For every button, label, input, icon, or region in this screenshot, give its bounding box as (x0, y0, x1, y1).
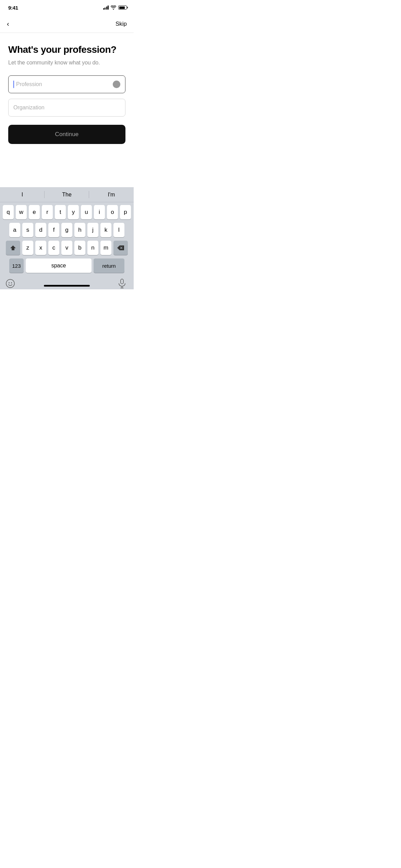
key-r[interactable]: r (42, 205, 53, 219)
key-x[interactable]: x (35, 241, 46, 255)
keyboard: I The I'm q w e r t y u i o p a s d f (0, 187, 134, 289)
key-j[interactable]: j (87, 223, 98, 237)
key-d[interactable]: d (35, 223, 46, 237)
text-cursor (13, 81, 14, 88)
space-key[interactable]: space (26, 258, 92, 273)
back-button[interactable]: ‹ (7, 19, 12, 29)
wifi-icon (111, 5, 116, 10)
page-title: What's your profession? (8, 44, 125, 56)
svg-point-2 (11, 282, 12, 284)
status-icons (103, 5, 127, 10)
backspace-icon (117, 245, 124, 250)
autocomplete-item-2[interactable]: The (45, 187, 89, 202)
key-i[interactable]: i (94, 205, 105, 219)
voice-dot (113, 81, 120, 88)
numbers-key[interactable]: 123 (9, 258, 24, 273)
key-n[interactable]: n (87, 241, 98, 255)
shift-icon (10, 245, 16, 251)
organization-placeholder: Organization (13, 105, 45, 111)
nav-bar: ‹ Skip (0, 15, 134, 33)
profession-placeholder: Profession (16, 81, 111, 87)
return-key[interactable]: return (94, 258, 124, 273)
skip-button[interactable]: Skip (116, 21, 127, 27)
profession-input-wrapper: Profession (8, 75, 125, 93)
status-bar: 9:41 (0, 0, 134, 15)
main-content: What's your profession? Let the communit… (0, 33, 134, 144)
key-g[interactable]: g (61, 223, 72, 237)
bottom-bar (0, 278, 134, 289)
key-w[interactable]: w (16, 205, 27, 219)
autocomplete-item-3[interactable]: I'm (89, 187, 134, 202)
mic-icon[interactable] (117, 279, 127, 288)
svg-point-1 (9, 282, 10, 284)
key-c[interactable]: c (48, 241, 59, 255)
key-f[interactable]: f (48, 223, 59, 237)
signal-bars-icon (103, 5, 109, 10)
status-time: 9:41 (8, 5, 18, 11)
key-v[interactable]: v (61, 241, 72, 255)
key-o[interactable]: o (107, 205, 118, 219)
profession-input[interactable]: Profession (8, 75, 125, 93)
key-u[interactable]: u (81, 205, 92, 219)
organization-input-wrapper: Organization (8, 99, 125, 117)
key-p[interactable]: p (120, 205, 131, 219)
backspace-key[interactable] (113, 241, 128, 255)
keyboard-row-2: a s d f g h j k l (1, 223, 133, 237)
key-e[interactable]: e (29, 205, 40, 219)
key-z[interactable]: z (22, 241, 33, 255)
home-indicator (44, 285, 90, 287)
key-a[interactable]: a (9, 223, 20, 237)
shift-key[interactable] (6, 241, 20, 255)
svg-point-0 (6, 279, 14, 288)
continue-button[interactable]: Continue (8, 125, 125, 144)
battery-icon (118, 5, 127, 10)
keyboard-rows: q w e r t y u i o p a s d f g h j k l (0, 202, 134, 278)
continue-button-label: Continue (55, 131, 79, 138)
key-l[interactable]: l (113, 223, 124, 237)
svg-rect-3 (121, 279, 123, 284)
key-s[interactable]: s (22, 223, 33, 237)
key-k[interactable]: k (100, 223, 111, 237)
keyboard-row-3: z x c v b n m (1, 241, 133, 255)
key-m[interactable]: m (100, 241, 111, 255)
emoji-icon[interactable] (5, 279, 15, 288)
keyboard-row-1: q w e r t y u i o p (1, 205, 133, 219)
key-t[interactable]: t (55, 205, 66, 219)
key-h[interactable]: h (74, 223, 85, 237)
key-b[interactable]: b (74, 241, 85, 255)
key-y[interactable]: y (68, 205, 79, 219)
page-subtitle: Let the community know what you do. (8, 60, 125, 66)
keyboard-row-4: 123 space return (1, 258, 133, 273)
autocomplete-item-1[interactable]: I (0, 187, 45, 202)
autocomplete-bar: I The I'm (0, 187, 134, 202)
organization-input[interactable]: Organization (8, 99, 125, 117)
key-q[interactable]: q (3, 205, 14, 219)
